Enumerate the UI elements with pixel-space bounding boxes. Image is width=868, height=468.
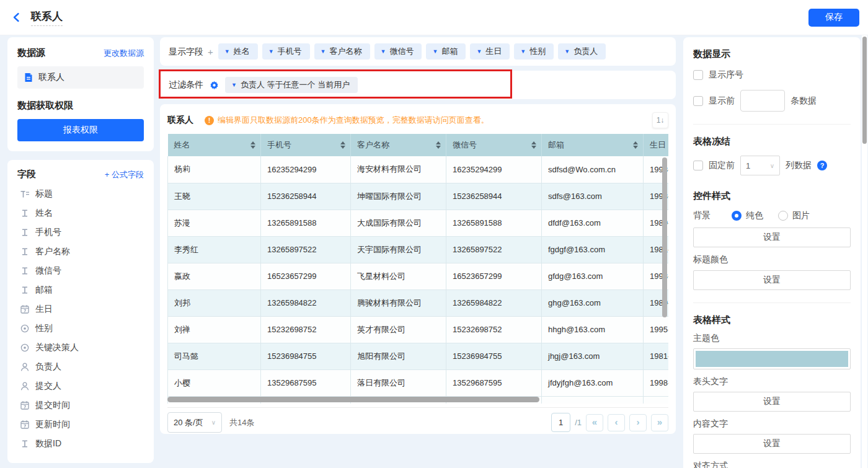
chip-label: 客户名称 [330, 46, 362, 57]
field-item[interactable]: 提交时间 [17, 395, 144, 415]
theme-color-swatch[interactable] [693, 348, 851, 369]
field-item[interactable]: 更新时间 [17, 415, 144, 434]
field-item[interactable]: 手机号 [17, 223, 144, 242]
page-size-select[interactable]: 20 条/页 ∨ [167, 412, 222, 433]
field-item[interactable]: 邮箱 [17, 280, 144, 299]
freeze-columns-checkbox[interactable] [693, 161, 703, 170]
field-item[interactable]: 数据ID [17, 434, 144, 453]
chip-label: 性别 [529, 46, 546, 57]
table-row[interactable]: 李秀红13265897522天宇国际有限公司13265897522fgdgf@1… [168, 236, 669, 263]
datasource-item[interactable]: 联系人 [17, 66, 144, 89]
display-field-chip[interactable]: ▼生日 [470, 43, 510, 60]
display-field-chip[interactable]: ▼手机号 [262, 43, 310, 60]
display-field-chip[interactable]: ▼微信号 [374, 43, 422, 60]
column-header-label: 邮箱 [548, 140, 564, 149]
field-item[interactable]: 客户名称 [17, 242, 144, 261]
page-title[interactable]: 联系人 [31, 9, 63, 26]
table-row[interactable]: 刘禅15232698752英才有限公司15232698752hhgh@163.c… [168, 316, 669, 343]
column-header[interactable]: 生日 [644, 134, 669, 156]
table-cell: 1995-01 [644, 316, 669, 343]
chevron-down-icon: ▼ [381, 49, 386, 55]
add-field-icon[interactable]: + [208, 46, 213, 57]
table-cell: 16235294299 [261, 156, 351, 183]
total-count: 共14条 [229, 417, 254, 428]
display-field-chip[interactable]: ▼邮箱 [426, 43, 466, 60]
left-sidebar: 数据源 更改数据源 联系人 数据获取权限 报表权限 字段 + 公式字段 标题姓名… [7, 37, 154, 463]
table-row[interactable]: 刘邦13265984822腾骏材料有限公司13265984822ghg@163.… [168, 289, 669, 316]
header-text-set-button[interactable]: 设置 [693, 392, 851, 412]
table-cell: 13265984822 [446, 289, 542, 316]
table-row[interactable]: 苏漫13265891588大成国际有限公司13265891588dfdf@163… [168, 210, 669, 236]
gear-icon[interactable] [210, 81, 219, 90]
column-header[interactable]: 邮箱 [542, 134, 644, 156]
display-field-chip[interactable]: ▼姓名 [218, 43, 258, 60]
report-permission-button[interactable]: 报表权限 [17, 119, 144, 141]
divider [693, 124, 851, 125]
page-scrollbar-thumb[interactable] [862, 37, 867, 144]
freeze-count-select[interactable]: 1 ∨ [740, 156, 780, 175]
prev-page-button[interactable]: ‹ [608, 414, 625, 431]
sort-arrows-icon[interactable] [250, 141, 255, 149]
field-item[interactable]: 性别 [17, 319, 144, 338]
solid-color-radio[interactable] [732, 211, 742, 221]
field-item[interactable]: 负责人 [17, 357, 144, 376]
field-item-label: 数据ID [35, 438, 61, 449]
calendar-icon [20, 420, 30, 430]
datasource-title: 数据源 [17, 47, 45, 59]
table-cell: hhgh@163.com [542, 316, 644, 343]
sort-arrows-icon[interactable] [531, 141, 536, 149]
display-field-chip[interactable]: ▼性别 [514, 43, 554, 60]
background-set-button[interactable]: 设置 [693, 227, 851, 247]
table-row[interactable]: 小樱13529687595落日有限公司13529687595jfdyjfgh@1… [168, 369, 669, 396]
table-horizontal-scrollbar[interactable] [167, 397, 539, 402]
display-field-chip[interactable]: ▼客户名称 [314, 43, 370, 60]
save-button[interactable]: 保存 [808, 9, 859, 27]
table-row[interactable]: 杨莉16235294299海安材料有限公司16235294299sdfsd@Wo… [168, 156, 669, 183]
next-page-button[interactable]: › [629, 414, 647, 431]
image-radio[interactable] [778, 211, 788, 221]
last-page-button[interactable]: » [651, 414, 668, 431]
help-icon[interactable]: ? [817, 161, 827, 170]
column-header[interactable]: 手机号 [261, 134, 351, 156]
field-item[interactable]: 标题 [17, 184, 144, 203]
header-text-label: 表头文字 [693, 376, 851, 387]
back-button[interactable] [9, 9, 25, 25]
content-text-set-button[interactable]: 设置 [693, 434, 851, 454]
field-item[interactable]: 微信号 [17, 261, 144, 280]
column-header[interactable]: 微信号 [446, 134, 542, 156]
column-header[interactable]: 姓名 [168, 134, 261, 156]
filter-condition-chip[interactable]: ▼ 负责人 等于任意一个 当前用户 [225, 77, 358, 93]
field-item[interactable]: 关键决策人 [17, 338, 144, 357]
field-item[interactable]: 生日 [17, 299, 144, 319]
table-cell: jfdyjfgh@163.com [542, 369, 644, 396]
display-field-chip[interactable]: ▼负责人 [558, 43, 606, 60]
table-vertical-scrollbar[interactable] [662, 157, 667, 317]
field-item[interactable]: 提交人 [17, 376, 144, 395]
table-row[interactable]: 王晓15236258944坤曜国际有限公司15236258944sdfs@163… [168, 183, 669, 210]
sort-arrows-icon[interactable] [340, 141, 345, 149]
show-first-checkbox[interactable] [693, 96, 703, 106]
table-cell: 13265984822 [261, 289, 351, 316]
table-cell: 15236258944 [261, 183, 351, 210]
theme-color-label: 主题色 [693, 333, 851, 344]
page-scrollbar[interactable] [862, 35, 867, 468]
add-formula-field-link[interactable]: + 公式字段 [105, 169, 144, 180]
sort-arrows-icon[interactable] [436, 141, 441, 149]
sort-arrows-icon[interactable] [633, 141, 638, 149]
row-limit-input[interactable] [740, 90, 785, 112]
table-cell: 1981-06 [644, 343, 669, 369]
table-row[interactable]: 嬴政16523657299飞星材料公司16523657299gfdg@163.c… [168, 263, 669, 289]
table-row[interactable]: 司马懿15236984755旭阳有限公司15236984755jhgj@163.… [168, 343, 669, 369]
title-color-set-button[interactable]: 设置 [693, 270, 851, 290]
column-header-label: 微信号 [453, 140, 477, 149]
field-item[interactable]: 姓名 [17, 203, 144, 223]
show-index-checkbox[interactable] [693, 70, 703, 80]
display-fields-label: 显示字段 [169, 46, 203, 58]
table-cell: 天宇国际有限公司 [351, 236, 446, 263]
change-datasource-link[interactable]: 更改数据源 [104, 48, 144, 59]
column-header[interactable]: 客户名称 [351, 134, 446, 156]
filter-card: 过滤条件 ▼ 负责人 等于任意一个 当前用户 [160, 71, 676, 99]
sort-tool-button[interactable]: 1↓ [652, 112, 668, 128]
page-number-input[interactable] [551, 413, 570, 432]
first-page-button[interactable]: « [586, 414, 603, 431]
